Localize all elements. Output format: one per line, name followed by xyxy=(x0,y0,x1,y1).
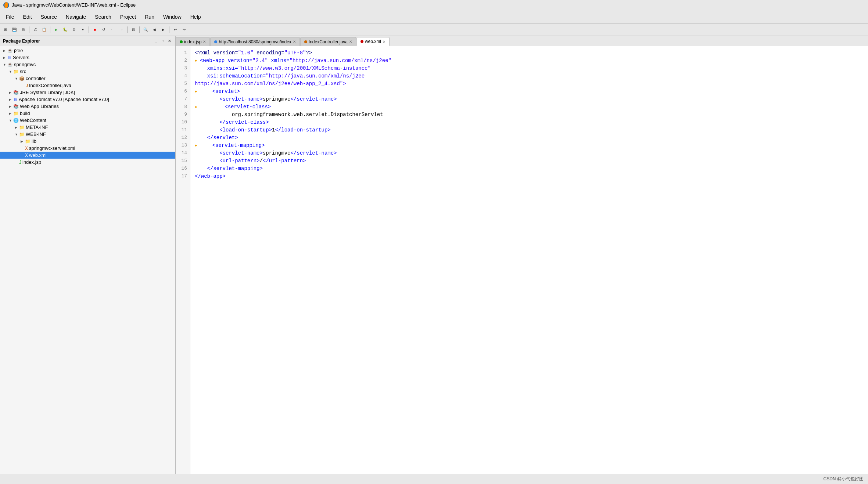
line-number-6: 6 xyxy=(177,88,189,95)
refresh-button[interactable]: ↺ xyxy=(100,26,108,34)
build-label: build xyxy=(20,111,30,116)
perspective-button[interactable]: ⊡ xyxy=(129,26,137,34)
tree-item-springmvc[interactable]: ▼ ☕ springmvc xyxy=(0,61,175,68)
save-all-button[interactable]: ⊟ xyxy=(19,26,27,34)
menu-file[interactable]: File xyxy=(1,12,19,21)
forward-button[interactable]: → xyxy=(117,26,125,34)
tree-item-build[interactable]: ▶ 📁 build xyxy=(0,110,175,117)
webapplib-icon: 📚 xyxy=(13,104,19,109)
sidebar-header-actions: _ □ ✕ xyxy=(153,38,172,44)
tree-item-lib[interactable]: ▶ 📁 lib xyxy=(0,138,175,145)
tree-item-controller[interactable]: ▼ 📦 controller xyxy=(0,75,175,82)
line-numbers: 1234567891011121314151617 xyxy=(176,46,190,474)
package-explorer-title: Package Explorer xyxy=(3,39,40,44)
tree-item-jre[interactable]: ▶ 📚 JRE System Library [JDK] xyxy=(0,89,175,96)
code-segment: "http://www.w3.org/2001/XMLSchema-instan… xyxy=(238,65,371,72)
code-line-13: ◆ <servlet-mapping> xyxy=(195,142,864,149)
tab-indexjsp[interactable]: index.jsp ✕ xyxy=(176,37,210,46)
tree-item-webxml[interactable]: ▶ X web.xml xyxy=(0,152,175,159)
title-bar: Java - springmvc/WebContent/WEB-INF/web.… xyxy=(0,0,868,10)
indexjsp-tab-close[interactable]: ✕ xyxy=(203,40,206,44)
lib-folder-icon: 📁 xyxy=(25,139,31,144)
tree-item-springmvc-servlet[interactable]: ▶ X springmvc-servlet.xml xyxy=(0,145,175,152)
print-button[interactable]: 🖨 xyxy=(31,26,39,34)
menu-run[interactable]: Run xyxy=(140,12,159,21)
next-button[interactable]: ▶ xyxy=(159,26,167,34)
line-number-7: 7 xyxy=(177,95,189,103)
line-number-9: 9 xyxy=(177,111,189,119)
code-line-2: ◆ <web-app version="2.4" xmlns="http://j… xyxy=(195,57,864,65)
menu-edit[interactable]: Edit xyxy=(19,12,36,21)
debug-button[interactable]: 🐛 xyxy=(61,26,69,34)
tree-item-src[interactable]: ▼ 📁 src xyxy=(0,68,175,75)
tree-item-webapplib[interactable]: ▶ 📚 Web App Libraries xyxy=(0,103,175,110)
search-toolbar-button[interactable]: 🔍 xyxy=(141,26,150,34)
localhost-tab-label: http://localhost:8080/springmvc/index xyxy=(219,39,291,44)
run-button[interactable]: ▶ xyxy=(52,26,60,34)
code-line-1: <?xml version="1.0" encoding="UTF-8"?> xyxy=(195,49,864,57)
line-number-5: 5 xyxy=(177,80,189,88)
run-dropdown[interactable]: ▾ xyxy=(79,26,87,34)
webxml-tab-close[interactable]: ✕ xyxy=(383,40,385,44)
indexjsp-icon: J xyxy=(19,160,21,165)
indexcontroller-tab-close[interactable]: ✕ xyxy=(349,40,352,44)
line-number-2: 2 xyxy=(177,57,189,65)
menu-source[interactable]: Source xyxy=(36,12,61,21)
tree-item-servers[interactable]: ▶ 🖥 Servers xyxy=(0,54,175,61)
status-text: CSDN @小气包好图 xyxy=(823,476,864,482)
redo-button[interactable]: ↪ xyxy=(180,26,188,34)
undo-button[interactable]: ↩ xyxy=(171,26,179,34)
tree-item-webcontent[interactable]: ▼ 🌐 WebContent xyxy=(0,117,175,124)
line-number-1: 1 xyxy=(177,49,189,57)
webinf-label: WEB-INF xyxy=(26,131,46,137)
expand-springmvc-icon: ▼ xyxy=(3,63,7,66)
tree-item-indexjsp[interactable]: ▶ J index.jsp xyxy=(0,159,175,166)
code-segment: <servlet-name> xyxy=(195,149,263,157)
maximize-view-button[interactable]: □ xyxy=(160,38,166,44)
tab-indexcontroller[interactable]: IndexController.java ✕ xyxy=(300,37,356,46)
tree-item-indexcontroller[interactable]: ▶ J IndexController.java xyxy=(0,82,175,89)
code-segment: 1 xyxy=(272,126,275,134)
expand-webapplib-icon: ▶ xyxy=(9,105,12,108)
tree-item-webinf[interactable]: ▼ 📁 WEB-INF xyxy=(0,131,175,138)
localhost-tab-close[interactable]: ✕ xyxy=(293,40,296,44)
code-line-9: org.springframework.web.servlet.Dispatch… xyxy=(195,111,864,119)
code-segment: encoding= xyxy=(254,49,284,57)
tree-item-tomcat[interactable]: ▶ 🖥 Apache Tomcat v7.0 [Apache Tomcat v7… xyxy=(0,96,175,103)
menu-window[interactable]: Window xyxy=(159,12,186,21)
eclipse-icon xyxy=(3,2,10,8)
toolbar-sep1 xyxy=(29,26,29,33)
code-content[interactable]: <?xml version="1.0" encoding="UTF-8"?>◆ … xyxy=(190,46,868,474)
code-segment: "http://java.sun.com/xml/ns/j2ee" xyxy=(290,57,391,65)
prev-button[interactable]: ◀ xyxy=(150,26,158,34)
code-line-12: </servlet> xyxy=(195,134,864,142)
project-icon: ☕ xyxy=(7,48,13,53)
controller-package-icon: 📦 xyxy=(19,76,25,81)
code-segment: <servlet-name> xyxy=(195,95,263,103)
back-button[interactable]: ← xyxy=(108,26,116,34)
tree-item-metainf[interactable]: ▶ 📁 META-INF xyxy=(0,124,175,131)
menu-help[interactable]: Help xyxy=(186,12,205,21)
package-explorer-tree: ▶ ☕ j2ee ▶ 🖥 Servers ▼ ☕ springmvc xyxy=(0,46,175,474)
line-number-8: 8 xyxy=(177,103,189,111)
close-view-button[interactable]: ✕ xyxy=(166,38,172,44)
run-config-button[interactable]: ⚙ xyxy=(70,26,78,34)
expand-build-icon: ▶ xyxy=(9,112,12,115)
menu-project[interactable]: Project xyxy=(116,12,141,21)
save-button[interactable]: 💾 xyxy=(10,26,18,34)
java-class-icon: J xyxy=(26,83,28,88)
stop-button[interactable]: ■ xyxy=(91,26,99,34)
new-button[interactable]: ⊞ xyxy=(1,26,10,34)
code-line-5: http://java.sun.com/xml/ns/j2ee/web-app_… xyxy=(195,80,864,88)
prop-button[interactable]: 📋 xyxy=(40,26,48,34)
minimize-view-button[interactable]: _ xyxy=(153,38,159,44)
tab-webxml[interactable]: web.xml ✕ xyxy=(356,37,390,46)
build-folder-icon: 📁 xyxy=(13,111,19,116)
tab-localhost[interactable]: http://localhost:8080/springmvc/index ✕ xyxy=(210,37,300,46)
menu-search[interactable]: Search xyxy=(90,12,115,21)
tree-item-j2ee[interactable]: ▶ ☕ j2ee xyxy=(0,47,175,54)
code-editor[interactable]: 1234567891011121314151617 <?xml version=… xyxy=(176,46,868,474)
menu-navigate[interactable]: Navigate xyxy=(61,12,90,21)
code-segment: "UTF-8" xyxy=(284,49,306,57)
indexjsp-tab-icon xyxy=(180,40,183,43)
